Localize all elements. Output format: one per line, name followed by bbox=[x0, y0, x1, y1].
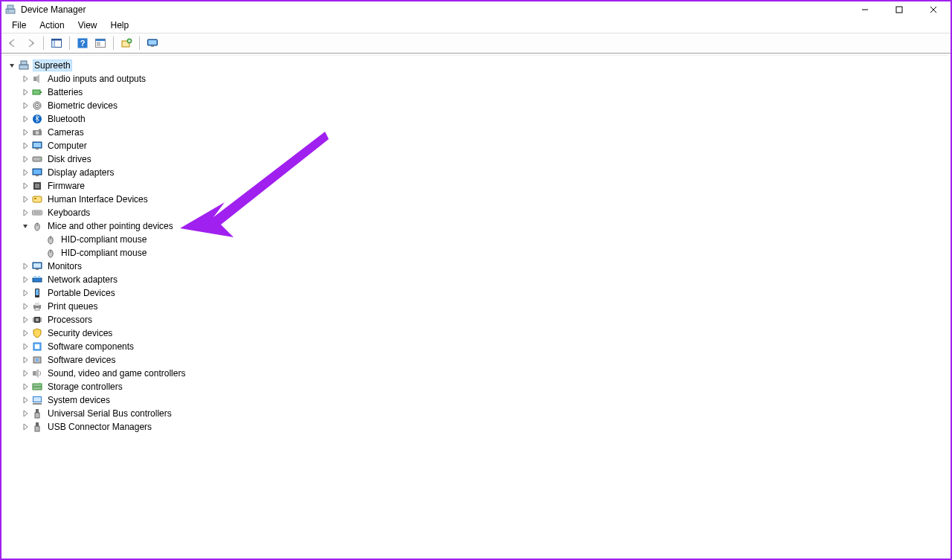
device-category-label[interactable]: Keyboards bbox=[46, 207, 91, 218]
device-category[interactable]: Computer bbox=[21, 139, 949, 152]
device-item-label[interactable]: HID-compliant mouse bbox=[60, 248, 148, 258]
device-item-label[interactable]: HID-compliant mouse bbox=[60, 234, 148, 245]
menu-view[interactable]: View bbox=[72, 19, 103, 32]
show-hide-tree-button[interactable] bbox=[48, 35, 65, 51]
chevron-down-icon[interactable] bbox=[7, 61, 16, 70]
device-category-label[interactable]: Print queues bbox=[46, 301, 99, 312]
device-category-label[interactable]: Disk drives bbox=[46, 154, 93, 164]
chevron-icon[interactable] bbox=[21, 195, 30, 204]
device-category-label[interactable]: Cameras bbox=[46, 127, 86, 138]
device-category-label[interactable]: Software components bbox=[46, 341, 135, 352]
usbconn-icon bbox=[31, 421, 43, 433]
device-category[interactable]: Storage controllers bbox=[21, 380, 949, 393]
chevron-icon[interactable] bbox=[21, 88, 30, 97]
device-category[interactable]: Security devices bbox=[21, 326, 949, 340]
chevron-icon[interactable] bbox=[21, 128, 30, 137]
device-category-label[interactable]: Bluetooth bbox=[46, 114, 87, 124]
chevron-icon[interactable] bbox=[21, 409, 30, 418]
chevron-icon[interactable] bbox=[21, 168, 30, 177]
device-category-label[interactable]: Security devices bbox=[46, 328, 114, 338]
storage-icon bbox=[31, 381, 43, 393]
device-category[interactable]: Portable Devices bbox=[21, 286, 949, 300]
chevron-icon[interactable] bbox=[21, 275, 30, 284]
device-category[interactable]: Sound, video and game controllers bbox=[21, 367, 949, 380]
tree-root[interactable]: Supreeth bbox=[7, 59, 949, 72]
chevron-icon[interactable] bbox=[21, 329, 30, 338]
device-category[interactable]: Disk drives bbox=[21, 152, 949, 166]
portable-icon bbox=[31, 287, 43, 299]
device-category[interactable]: Keyboards bbox=[21, 206, 949, 219]
chevron-icon[interactable] bbox=[21, 141, 30, 150]
device-category-label[interactable]: Firmware bbox=[46, 181, 86, 191]
device-category-label[interactable]: USB Connector Managers bbox=[46, 422, 153, 432]
device-category-label[interactable]: Sound, video and game controllers bbox=[46, 368, 187, 379]
device-category[interactable]: Print queues bbox=[21, 300, 949, 313]
system-icon bbox=[31, 394, 43, 406]
chevron-icon[interactable] bbox=[21, 302, 30, 311]
device-category-label[interactable]: Portable Devices bbox=[46, 288, 117, 298]
device-category-label[interactable]: Storage controllers bbox=[46, 382, 124, 392]
chevron-icon[interactable] bbox=[21, 396, 30, 405]
device-category[interactable]: Biometric devices bbox=[21, 99, 949, 112]
chevron-icon[interactable] bbox=[21, 369, 30, 378]
chevron-icon[interactable] bbox=[21, 208, 30, 217]
device-tree-pane[interactable]: SupreethAudio inputs and outputsBatterie… bbox=[3, 55, 949, 557]
device-category[interactable]: Human Interface Devices bbox=[21, 193, 949, 206]
device-category-label[interactable]: Processors bbox=[46, 315, 94, 325]
chevron-icon[interactable] bbox=[21, 315, 30, 324]
chevron-icon[interactable] bbox=[21, 74, 30, 83]
device-category[interactable]: Mice and other pointing devices bbox=[21, 219, 949, 233]
properties-button[interactable] bbox=[92, 35, 109, 51]
root-label[interactable]: Supreeth bbox=[33, 59, 72, 71]
device-category[interactable]: System devices bbox=[21, 393, 949, 407]
device-category-label[interactable]: Biometric devices bbox=[46, 100, 119, 111]
device-category-label[interactable]: Network adapters bbox=[46, 274, 119, 285]
device-category[interactable]: Universal Serial Bus controllers bbox=[21, 407, 949, 420]
device-category[interactable]: Software components bbox=[21, 340, 949, 353]
close-button[interactable] bbox=[916, 1, 951, 18]
device-category[interactable]: Firmware bbox=[21, 179, 949, 193]
device-category-label[interactable]: Human Interface Devices bbox=[46, 194, 149, 205]
menu-help[interactable]: Help bbox=[105, 19, 135, 32]
battery-icon bbox=[31, 86, 43, 98]
device-category-label[interactable]: Display adapters bbox=[46, 167, 115, 178]
device-item[interactable]: HID-compliant mouse bbox=[34, 233, 949, 246]
chevron-icon[interactable] bbox=[21, 422, 30, 431]
device-category-label[interactable]: Universal Serial Bus controllers bbox=[46, 408, 173, 419]
device-category[interactable]: Bluetooth bbox=[21, 112, 949, 126]
chevron-icon[interactable] bbox=[21, 289, 30, 297]
device-category-label[interactable]: Monitors bbox=[46, 261, 83, 271]
chevron-icon[interactable] bbox=[21, 115, 30, 123]
device-category-label[interactable]: System devices bbox=[46, 395, 112, 405]
menu-file[interactable]: File bbox=[6, 19, 32, 32]
chevron-icon[interactable] bbox=[21, 222, 30, 231]
chevron-icon[interactable] bbox=[21, 101, 30, 110]
device-category[interactable]: Processors bbox=[21, 313, 949, 326]
device-category[interactable]: USB Connector Managers bbox=[21, 420, 949, 434]
scan-hardware-button[interactable] bbox=[118, 35, 135, 51]
chevron-icon[interactable] bbox=[21, 181, 30, 190]
device-category-label[interactable]: Mice and other pointing devices bbox=[46, 221, 175, 231]
device-category[interactable]: Network adapters bbox=[21, 273, 949, 286]
view-devices-button[interactable] bbox=[144, 35, 161, 51]
device-category-label[interactable]: Audio inputs and outputs bbox=[46, 74, 147, 84]
menu-action[interactable]: Action bbox=[33, 19, 70, 32]
device-category[interactable]: Cameras bbox=[21, 126, 949, 139]
device-category-label[interactable]: Computer bbox=[46, 141, 89, 151]
chevron-icon[interactable] bbox=[21, 262, 30, 271]
device-category-label[interactable]: Batteries bbox=[46, 87, 84, 97]
device-category-label[interactable]: Software devices bbox=[46, 355, 117, 365]
help-button[interactable]: ? bbox=[74, 35, 91, 51]
chevron-icon[interactable] bbox=[21, 355, 30, 364]
device-category[interactable]: Monitors bbox=[21, 260, 949, 273]
minimize-button[interactable] bbox=[848, 1, 882, 18]
device-category[interactable]: Batteries bbox=[21, 86, 949, 99]
chevron-icon[interactable] bbox=[21, 342, 30, 351]
chevron-icon[interactable] bbox=[21, 382, 30, 391]
maximize-button[interactable] bbox=[882, 1, 916, 18]
device-item[interactable]: HID-compliant mouse bbox=[34, 246, 949, 260]
chevron-icon[interactable] bbox=[21, 155, 30, 164]
device-category[interactable]: Audio inputs and outputs bbox=[21, 72, 949, 86]
device-category[interactable]: Display adapters bbox=[21, 166, 949, 179]
device-category[interactable]: Software devices bbox=[21, 353, 949, 367]
